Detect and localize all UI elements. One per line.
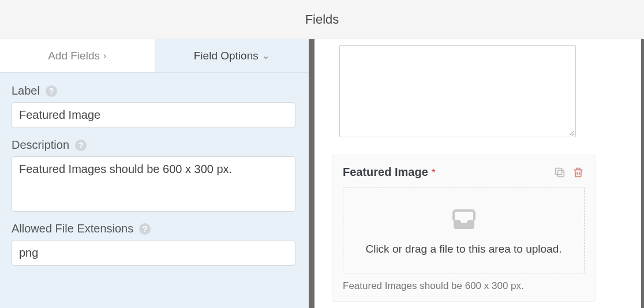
upload-field-card[interactable]: Featured Image * Click or drag a file to… — [332, 155, 596, 302]
inbox-icon — [450, 205, 478, 235]
required-mark: * — [432, 168, 435, 178]
chevron-down-icon: ⌄ — [262, 50, 269, 61]
label-row: Label ? — [12, 84, 297, 97]
label-row: Description ? — [12, 138, 297, 152]
label-text: Label — [12, 84, 40, 97]
tab-label: Add Fields — [48, 50, 100, 62]
upload-title-wrap: Featured Image * — [343, 166, 436, 179]
extensions-input[interactable] — [12, 240, 295, 266]
file-dropzone[interactable]: Click or drag a file to this area to upl… — [343, 187, 585, 273]
field-title: Featured Image — [343, 166, 428, 178]
description-input[interactable] — [12, 156, 295, 212]
left-panel: Add Fields › Field Options ⌄ Label ? Des… — [0, 39, 312, 308]
duplicate-icon[interactable] — [553, 166, 566, 179]
group-description: Description ? — [12, 138, 297, 212]
help-icon[interactable]: ? — [46, 85, 57, 97]
trash-icon[interactable] — [572, 166, 585, 179]
tabs: Add Fields › Field Options ⌄ — [0, 39, 309, 73]
chevron-right-icon: › — [103, 51, 106, 61]
label-text: Allowed File Extensions — [12, 222, 133, 235]
field-actions — [553, 166, 585, 179]
preview-panel: Featured Image * Click or drag a file to… — [312, 39, 644, 308]
field-options-body: Label ? Description ? Allowed File Exten… — [0, 73, 309, 266]
tab-field-options[interactable]: Field Options ⌄ — [155, 39, 309, 72]
page-header: Fields — [0, 0, 644, 39]
previous-field-textarea[interactable] — [339, 45, 576, 137]
dropzone-text: Click or drag a file to this area to upl… — [365, 243, 561, 256]
tab-label: Field Options — [194, 50, 259, 62]
label-text: Description — [12, 138, 69, 152]
svg-rect-1 — [556, 168, 562, 174]
label-input[interactable] — [12, 102, 295, 128]
help-icon[interactable]: ? — [139, 223, 151, 235]
help-icon[interactable]: ? — [75, 140, 87, 151]
group-extensions: Allowed File Extensions ? — [12, 222, 297, 266]
svg-rect-0 — [557, 170, 564, 176]
upload-description: Featured Images should be 600 x 300 px. — [343, 280, 585, 292]
page-title: Fields — [305, 12, 339, 27]
tab-add-fields[interactable]: Add Fields › — [0, 39, 155, 72]
label-row: Allowed File Extensions ? — [12, 222, 297, 235]
resize-handle-icon[interactable] — [567, 129, 574, 136]
main: Add Fields › Field Options ⌄ Label ? Des… — [0, 39, 644, 308]
upload-header: Featured Image * — [343, 166, 585, 179]
group-label: Label ? — [12, 84, 297, 128]
